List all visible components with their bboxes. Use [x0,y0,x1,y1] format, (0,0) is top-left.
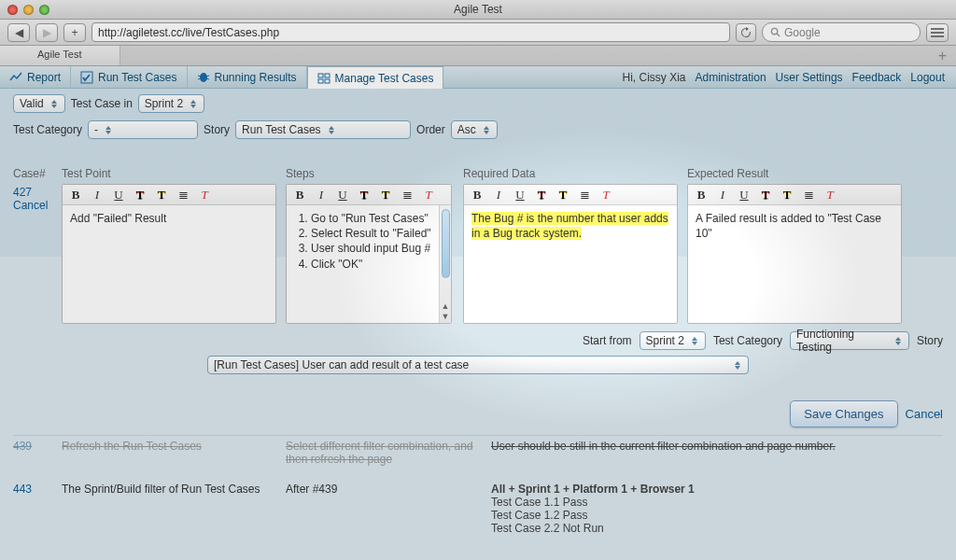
editor-row: 427 Cancel B I U T T T Add "Failed" Resu… [13,184,943,324]
link-logout[interactable]: Logout [910,71,945,84]
svg-rect-11 [318,74,323,77]
browser-tabstrip: Agile Test + [0,46,956,66]
bold-button[interactable]: B [292,188,307,203]
step-item: Go to "Run Test Cases" [311,211,443,226]
start-from-select[interactable]: Sprint 2 [640,331,706,350]
reload-button[interactable] [736,23,756,42]
url-field[interactable]: http://agiletest.cc/live/TestCases.php [91,22,730,42]
clear-format-button[interactable]: T [421,188,436,203]
chevron-updown-icon [102,123,115,136]
textcolor-button[interactable]: T [133,188,148,203]
cancel-link[interactable]: Cancel [906,407,943,421]
case-id-link[interactable]: 427 [13,186,62,199]
filter-story-label: Story [204,123,230,136]
tab-report[interactable]: Report [0,66,71,88]
steps-list: Go to "Run Test Cases" Select Result to … [294,211,443,272]
link-administration[interactable]: Administration [696,71,766,84]
link-feedback[interactable]: Feedback [852,71,902,84]
italic-button[interactable]: I [491,188,506,203]
link-user-settings[interactable]: User Settings [776,71,843,84]
after-story-label: Story [917,334,943,347]
sprint-select[interactable]: Sprint 2 [138,94,204,113]
steps-scrollbar[interactable]: ▲ ▼ [439,205,451,323]
grid-header: Case# Test Point Steps Required Data Exp… [13,167,943,184]
list-case-id[interactable]: 443 [13,483,62,535]
bold-button[interactable]: B [694,188,709,203]
highlight-button[interactable]: T [378,188,393,203]
tab-run-test-cases[interactable]: Run Test Cases [71,66,188,88]
chevron-updown-icon [325,123,338,136]
italic-button[interactable]: I [314,188,329,203]
highlight-button[interactable]: T [780,188,794,203]
bold-button[interactable]: B [470,188,485,203]
app-nav: Report Run Test Cases Running Results Ma… [0,66,956,89]
search-placeholder: Google [784,26,821,39]
back-button[interactable]: ◀ [7,23,30,42]
editor-required-data-body[interactable]: The Bug # is the number that user adds i… [464,205,677,323]
page-menu-button[interactable] [926,23,949,42]
italic-button[interactable]: I [90,188,105,203]
chevron-updown-icon [480,123,493,136]
list-expected-head: All + Sprint 1 + Platform 1 + Browser 1 [491,483,695,496]
case-cancel-link[interactable]: Cancel [13,199,62,212]
window-title: Agile Test [0,3,956,16]
start-from-label: Start from [583,334,632,347]
svg-line-1 [777,34,780,36]
list-row: 439 Refresh the Run Test Cases Select di… [13,435,943,469]
scroll-up-button[interactable]: ▲ [441,301,451,311]
greeting: Hi, Cissy Xia [623,71,686,84]
new-tab-button[interactable]: + [929,46,956,65]
filter-category-label: Test Category [13,123,82,136]
browser-toolbar: ◀ ▶ + http://agiletest.cc/live/TestCases… [0,20,956,46]
underline-button[interactable]: U [111,188,126,203]
highlight-button[interactable]: T [154,188,169,203]
save-changes-button[interactable]: Save Changes [790,400,897,427]
category-select[interactable]: - [88,120,198,139]
after-category-label: Test Category [713,334,782,347]
toolbar-expected: B I U T T T [688,185,901,205]
list-case-id[interactable]: 439 [13,440,62,466]
textcolor-button[interactable]: T [357,188,372,203]
underline-button[interactable]: U [335,188,350,203]
textcolor-button[interactable]: T [534,188,549,203]
list-expected-line: Test Case 1.2 Pass [491,509,587,522]
bold-button[interactable]: B [68,188,83,203]
editor-steps: B I U T T T Go to "Run Test Cases" Selec… [286,184,452,324]
chevron-updown-icon [48,97,61,110]
clear-format-button[interactable]: T [197,188,212,203]
underline-button[interactable]: U [737,188,752,203]
tab-running-label: Running Results [215,71,297,84]
editor-expected-body[interactable]: A Failed result is added to "Test Case 1… [688,205,901,323]
highlight-button[interactable]: T [555,188,570,203]
browser-search-field[interactable]: Google [762,22,921,42]
bullets-button[interactable] [577,188,592,203]
underline-button[interactable]: U [513,188,527,203]
editor-testpoint-body[interactable]: Add "Failed" Result [63,205,275,323]
tab-running-results[interactable]: Running Results [188,66,307,88]
story-combo[interactable]: [Run Test Cases] User can add result of … [207,356,749,374]
tab-manage-test-cases[interactable]: Manage Test Cases [307,66,444,89]
svg-rect-12 [325,74,330,77]
scrollbar-thumb[interactable] [442,209,450,278]
clear-format-button[interactable]: T [598,188,613,203]
chevron-updown-icon [187,97,200,110]
reload-icon [740,27,752,38]
browser-tab-agiletest[interactable]: Agile Test [0,46,120,65]
valid-select[interactable]: Valid [13,94,65,113]
after-editor-row: Start from Sprint 2 Test Category Functi… [13,331,943,350]
clear-format-button[interactable]: T [822,188,837,203]
italic-button[interactable]: I [715,188,730,203]
after-category-select[interactable]: Functioning Testing [790,331,909,350]
textcolor-button[interactable]: T [758,188,773,203]
bullets-button[interactable] [400,188,415,203]
order-select[interactable]: Asc [451,120,498,139]
bullets-button[interactable] [176,188,190,203]
story-select[interactable]: Run Test Cases [235,120,411,139]
forward-button[interactable]: ▶ [35,23,58,42]
add-bookmark-button[interactable]: + [63,23,86,42]
bullets-button[interactable] [801,188,816,203]
scroll-down-button[interactable]: ▼ [441,311,451,321]
col-case: Case# [13,167,62,180]
filter-label-in: Test Case in [71,97,133,110]
editor-steps-body[interactable]: Go to "Run Test Cases" Select Result to … [287,205,451,323]
